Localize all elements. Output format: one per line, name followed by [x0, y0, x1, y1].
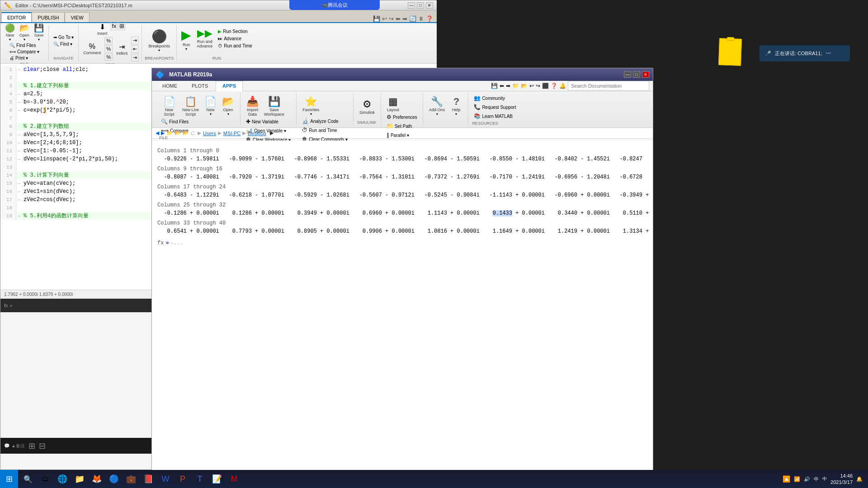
breadcrumb-desktop[interactable]: Desktop — [248, 131, 266, 136]
taskbar-notification-icon[interactable]: 🔼 — [783, 475, 790, 483]
comment-icon: % — [89, 42, 95, 51]
favorites-btn[interactable]: ⭐ Favorites ▾ — [300, 95, 321, 117]
find-button[interactable]: 🔍 Find ▾ — [52, 41, 75, 47]
new-file-button[interactable]: 🟢 New ▾ — [3, 22, 17, 42]
taskbar-pdf[interactable]: 📕 — [140, 471, 156, 487]
compare-button[interactable]: ⟺ Compare ▾ — [8, 49, 41, 55]
open-file-button[interactable]: 📂 Open ▾ — [18, 22, 31, 42]
matlab-new-live-script-btn[interactable]: 📋 New Live Script — [180, 95, 201, 117]
tencent-meeting-bar[interactable]: 📹 腾讯会议 — [289, 0, 380, 10]
goto-button[interactable]: ➡ Go To ▾ — [52, 34, 75, 40]
save-workspace-btn[interactable]: 💾 Save Workspace — [262, 95, 287, 117]
taskbar-network-icon[interactable]: 📶 — [794, 476, 800, 482]
comment-section[interactable]: 💬 ▲备注 — [4, 443, 25, 449]
matlab-command-window[interactable]: Columns 1 through 8 -0.9226 - 1.5981i -0… — [152, 141, 653, 474]
taskbar-datetime[interactable]: 14:46 2021/3/17 — [830, 473, 853, 486]
taskbar-explorer[interactable]: 📁 — [71, 471, 88, 487]
taskbar-edge[interactable]: 🌐 — [54, 471, 71, 487]
matlab-ribbon-body: 📄 New Script 📋 New Live Script 📄 New ▾ — [152, 91, 653, 127]
preferences-btn[interactable]: ⚙ Preferences — [385, 113, 419, 121]
new-file-icon: 🟢 — [5, 23, 15, 33]
save-file-button[interactable]: 💾 Save ▾ — [32, 22, 46, 42]
taskbar-office[interactable]: 💼 — [123, 471, 139, 487]
tab-apps[interactable]: APPS — [216, 81, 243, 91]
run-button[interactable]: ▶ Run ▾ — [179, 27, 193, 52]
import-data-btn[interactable]: 📥 Import Data — [244, 95, 261, 117]
advance-button[interactable]: ⏭ Advance — [216, 36, 254, 42]
fx-prompt-icon: fx — [157, 240, 164, 246]
print-button[interactable]: 🖨 Print ▾ — [8, 55, 41, 61]
grid-view-btn[interactable]: ⊞ — [28, 441, 35, 451]
taskbar-right: 🔼 📶 🔊 中 中 14:46 2021/3/17 🔔 — [777, 473, 868, 486]
help-btn[interactable]: ? Help ▾ — [448, 95, 464, 117]
taskbar-powerpoint[interactable]: P — [175, 471, 191, 487]
taskbar-volume-icon[interactable]: 🔊 — [804, 476, 810, 482]
data-row-4: -0.1286 + 0.0000i 0.1286 + 0.0000i 0.394… — [157, 210, 647, 216]
insert-button[interactable]: ⬇ Insert — [95, 22, 109, 37]
run-time-button[interactable]: ⏱ Run and Time — [216, 43, 254, 49]
learn-matlab-btn[interactable]: 📚 Learn MATLAB — [472, 112, 518, 120]
editor-minimize-btn[interactable]: — — [408, 2, 415, 9]
taskbar-search[interactable]: 🔍 — [20, 471, 36, 487]
run-section-button[interactable]: ▶ Run Section — [216, 28, 254, 34]
matlab-restore-btn[interactable]: □ — [633, 71, 640, 78]
ribbon-group-edit: ⬇ Insert fx ⊞ % Comment — [79, 25, 142, 61]
matlab-find-files-btn[interactable]: 🔍 Find Files — [159, 117, 190, 126]
taskbar-chrome[interactable]: 🔵 — [106, 471, 122, 487]
matlab-ribbon: HOME PLOTS APPS 💾 ⬅ ➡ 📁 📂 ↩ ↪ ⬛ ❓ 🔔 — [152, 81, 653, 128]
taskbar-input-method[interactable]: 中 — [822, 476, 827, 482]
cmd-prompt-dots: -... — [171, 240, 183, 246]
tab-home[interactable]: HOME — [156, 81, 184, 91]
run-time-icon: ⏱ — [218, 43, 222, 48]
breakpoints-button[interactable]: ⚫ Breakpoints ▾ — [146, 28, 172, 53]
matlab-titlebar: 🔷 MATLAB R2019a — □ ✕ — [152, 68, 653, 81]
import-icon: 📥 — [246, 96, 259, 108]
matlab-open-btn[interactable]: 📂 Open ▾ — [220, 95, 236, 117]
editor-maximize-btn[interactable]: □ — [417, 2, 424, 9]
matlab-new-btn[interactable]: 📄 New ▾ — [202, 95, 219, 117]
breadcrumb-msipc[interactable]: MSI-PC — [223, 131, 241, 136]
tab-view-label: VIEW — [71, 15, 83, 20]
request-support-btn[interactable]: 📞 Request Support — [472, 103, 518, 111]
matlab-close-btn[interactable]: ✕ — [642, 71, 649, 78]
taskbar-ime[interactable]: 中 — [814, 476, 819, 483]
new-variable-btn[interactable]: ✚ New Variable — [244, 117, 292, 126]
col-header-5: Columns 33 through 40 — [157, 220, 647, 226]
parallel-btn[interactable]: ∥ Parallel ▾ — [385, 131, 419, 139]
indent-button[interactable]: ⇥ Indent — [114, 42, 129, 56]
tab-plots[interactable]: PLOTS — [185, 81, 215, 91]
community-btn[interactable]: 👥 Community — [472, 94, 518, 102]
editor-ribbon: 🟢 New ▾ 📂 Open ▾ 💾 Save ▾ — [0, 23, 437, 64]
breadcrumb-users[interactable]: Users — [203, 131, 216, 136]
set-path-btn[interactable]: 📁 Set Path — [385, 122, 419, 130]
comment-button[interactable]: % Comment — [81, 42, 103, 56]
search-documentation-input[interactable] — [568, 81, 649, 91]
taskbar-teams[interactable]: T — [192, 471, 208, 487]
start-button[interactable]: ⊞ — [0, 470, 18, 488]
analyze-code-btn[interactable]: 🔬 Analyze Code — [300, 117, 349, 125]
taskbar-notification-center[interactable]: 🔔 — [856, 476, 863, 482]
windows-logo-icon: ⊞ — [6, 474, 13, 484]
run-advance-button[interactable]: ▶▶ Run and Advance — [195, 27, 214, 49]
run-and-time-btn[interactable]: ⏱ Run and Time — [300, 126, 349, 134]
layout-btn[interactable]: ▦ Layout — [385, 95, 401, 113]
taskbar-favorites[interactable]: 🦊 — [89, 471, 105, 487]
simulink-icon: ⚙ — [363, 99, 372, 110]
addons-btn[interactable]: 🔧 Add-Ons ▾ — [427, 95, 448, 117]
editor-ribbon-tabs: EDITOR PUBLISH VIEW 💾 ↩ ↪ ⬅ ➡ 🔄 ⏸ ❓ — [0, 10, 437, 23]
taskbar-code[interactable]: 📝 — [209, 471, 225, 487]
compare-icon: ⟺ — [9, 49, 16, 54]
find-icon: 🔍 — [53, 42, 59, 47]
goto-icon: ➡ — [53, 35, 57, 40]
taskbar-matlab[interactable]: M — [226, 471, 242, 487]
list-view-btn[interactable]: ⊟ — [39, 441, 46, 451]
tab-view[interactable]: VIEW — [65, 12, 89, 22]
matlab-minimize-btn[interactable]: — — [624, 71, 631, 78]
cmd-prompt-symbol: » — [165, 240, 169, 246]
simulink-btn[interactable]: ⚙ Simulink — [357, 98, 377, 116]
taskbar-task-view[interactable]: 🗂 — [37, 471, 53, 487]
editor-close-btn[interactable]: ✕ — [426, 2, 433, 9]
matlab-new-script-btn[interactable]: 📄 New Script — [159, 95, 179, 117]
find-files-button[interactable]: 🔍 Find Files — [8, 42, 41, 48]
taskbar-word[interactable]: W — [157, 471, 174, 487]
